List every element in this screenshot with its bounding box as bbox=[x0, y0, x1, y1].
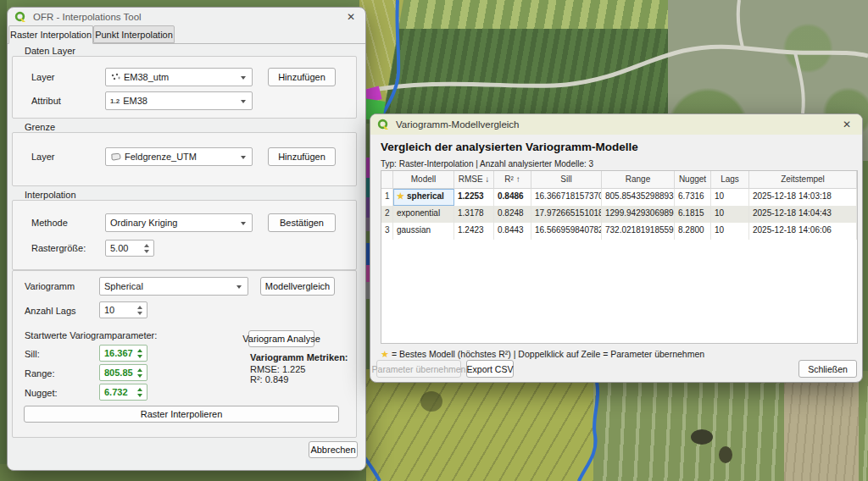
interpolation-tool-dialog: OFR - Interpolations Tool ✕ Raster Inter… bbox=[7, 7, 366, 471]
section-label-interpolation: Interpolation bbox=[25, 190, 76, 200]
grenze-layer-label: Layer bbox=[31, 152, 55, 162]
chevron-down-icon bbox=[236, 285, 242, 289]
metrics-r2: R²: 0.849 bbox=[250, 374, 288, 384]
dialog-title: OFR - Interpolations Tool bbox=[33, 12, 142, 22]
button-label: Variogram Analyse bbox=[242, 334, 320, 344]
button-label: Hinzufügen bbox=[278, 72, 326, 82]
attribut-label: Attribut bbox=[31, 96, 61, 106]
header-sill[interactable]: Sill bbox=[531, 171, 602, 189]
spinner-arrows-icon[interactable] bbox=[136, 368, 143, 379]
qgis-logo-icon bbox=[377, 119, 389, 130]
button-label: Export CSV bbox=[467, 364, 514, 374]
r2-cell[interactable]: 0.8443 bbox=[494, 223, 531, 240]
tab-raster-interpolation[interactable]: Raster Interpolation bbox=[8, 25, 93, 44]
r2-cell[interactable]: 0.8248 bbox=[494, 206, 531, 223]
timestamp-cell[interactable]: 2025-12-18 14:06:06 bbox=[749, 223, 857, 240]
header-zeitstempel[interactable]: Zeitstempel bbox=[749, 171, 857, 189]
add-boundary-layer-button[interactable]: Hinzufügen bbox=[268, 147, 336, 166]
attribut-select[interactable]: 1.2 EM38 bbox=[105, 91, 253, 110]
spinner-arrows-icon[interactable] bbox=[143, 243, 150, 255]
header-lags[interactable]: Lags bbox=[711, 171, 749, 189]
map-pond-small bbox=[719, 446, 732, 463]
best-model-star-icon: ★ bbox=[381, 349, 389, 359]
lags-cell[interactable]: 10 bbox=[711, 223, 749, 240]
header-range[interactable]: Range bbox=[602, 171, 675, 189]
range-cell[interactable]: 805.8543529889332 bbox=[602, 189, 675, 206]
rmse-cell[interactable]: 1.3178 bbox=[454, 206, 494, 223]
map-road-branch-up bbox=[738, 0, 743, 47]
apply-parameters-button[interactable]: Parameter übernehmen bbox=[376, 360, 461, 378]
table-row[interactable]: 3 gaussian 1.2423 0.8443 16.566959840782… bbox=[381, 223, 857, 240]
group-interpolation bbox=[12, 200, 357, 270]
header-gutter bbox=[381, 171, 393, 189]
spinner-arrows-icon[interactable] bbox=[136, 387, 143, 399]
model-cell[interactable]: exponential bbox=[393, 206, 454, 223]
confirm-method-button[interactable]: Bestätigen bbox=[268, 213, 336, 232]
button-label: Bestätigen bbox=[280, 218, 324, 228]
model-cell[interactable]: gaussian bbox=[393, 223, 454, 240]
header-modell[interactable]: Modell bbox=[393, 171, 454, 189]
range-cell[interactable]: 732.0218191855985 bbox=[602, 223, 675, 240]
range-cell[interactable]: 1299.942930698941 bbox=[602, 206, 675, 223]
sill-spinner[interactable]: 16.367 bbox=[99, 345, 147, 362]
variogram-analyse-button[interactable]: Variogram Analyse bbox=[248, 330, 314, 347]
model-cell[interactable]: ★spherical bbox=[393, 189, 454, 206]
table-row[interactable]: 2 exponential 1.3178 0.8248 17.972665151… bbox=[381, 206, 857, 223]
header-rmse[interactable]: RMSE ↓ bbox=[454, 171, 494, 189]
sill-label: Sill: bbox=[25, 349, 40, 359]
close-icon[interactable]: ✕ bbox=[347, 11, 355, 23]
nugget-spinner[interactable]: 6.732 bbox=[99, 384, 147, 401]
nugget-value: 6.732 bbox=[104, 387, 128, 397]
rmse-cell[interactable]: 1.2423 bbox=[454, 223, 494, 240]
close-icon[interactable]: ✕ bbox=[843, 119, 851, 130]
legend-note-text: = Bestes Modell (höchstes R²) | Doppelkl… bbox=[392, 349, 704, 359]
lags-spinner[interactable]: 10 bbox=[99, 301, 147, 318]
lags-cell[interactable]: 10 bbox=[711, 206, 749, 223]
export-csv-button[interactable]: Export CSV bbox=[466, 360, 514, 378]
r2-cell[interactable]: 0.8486 bbox=[494, 189, 531, 206]
close-dialog-button[interactable]: Schließen bbox=[798, 360, 857, 378]
timestamp-cell[interactable]: 2025-12-18 14:03:18 bbox=[749, 189, 857, 206]
method-select[interactable]: Ordinary Kriging bbox=[105, 213, 253, 232]
button-label: Raster Interpolieren bbox=[141, 409, 223, 419]
model-name: spherical bbox=[407, 191, 444, 201]
add-data-layer-button[interactable]: Hinzufügen bbox=[268, 68, 336, 86]
model-compare-button[interactable]: Modellvergleich bbox=[260, 277, 335, 296]
spinner-arrows-icon[interactable] bbox=[136, 348, 143, 360]
map-road-branch-down bbox=[795, 53, 804, 113]
tab-punkt-interpolation[interactable]: Punkt Interpolation bbox=[93, 25, 175, 43]
data-layer-select[interactable]: EM38_utm bbox=[105, 68, 253, 86]
qgis-logo-icon bbox=[14, 11, 26, 23]
header-r2[interactable]: R² ↑ bbox=[494, 171, 531, 189]
sill-cell[interactable]: 16.56695984078284 bbox=[531, 223, 602, 240]
screen: OFR - Interpolations Tool ✕ Raster Inter… bbox=[0, 0, 868, 481]
header-nugget[interactable]: Nugget bbox=[675, 171, 711, 189]
raster-interpolate-button[interactable]: Raster Interpolieren bbox=[24, 406, 339, 423]
tab-label: Raster Interpolation bbox=[10, 30, 92, 40]
timestamp-cell[interactable]: 2025-12-18 14:04:43 bbox=[749, 206, 857, 223]
nugget-cell[interactable]: 6.7316 bbox=[675, 189, 711, 206]
spinner-arrows-icon[interactable] bbox=[136, 305, 143, 317]
nugget-cell[interactable]: 6.1815 bbox=[675, 206, 711, 223]
sill-value: 16.367 bbox=[104, 348, 133, 358]
table-row[interactable]: 1 ★spherical 1.2253 0.8486 16.3667181573… bbox=[381, 189, 857, 206]
chevron-down-icon bbox=[241, 76, 246, 80]
variogram-model-select[interactable]: Spherical bbox=[99, 277, 248, 296]
nugget-cell[interactable]: 8.2800 bbox=[675, 223, 711, 240]
section-label-grenze: Grenze bbox=[25, 122, 55, 132]
rmse-cell[interactable]: 1.2253 bbox=[454, 189, 494, 206]
button-label: Schließen bbox=[808, 364, 848, 374]
sill-cell[interactable]: 16.366718157370165 bbox=[531, 189, 602, 206]
sill-cell[interactable]: 17.97266515101884 bbox=[531, 206, 602, 223]
row-number: 3 bbox=[381, 223, 393, 240]
boundary-layer-select[interactable]: Feldgrenze_UTM bbox=[105, 147, 253, 166]
layer-label: Layer bbox=[31, 72, 55, 82]
row-number: 2 bbox=[381, 206, 393, 223]
lags-cell[interactable]: 10 bbox=[711, 189, 749, 206]
raster-size-spinner[interactable]: 5.00 bbox=[105, 240, 154, 257]
button-label: Hinzufügen bbox=[278, 152, 326, 162]
range-spinner[interactable]: 805.85 bbox=[99, 364, 147, 381]
button-label: Parameter übernehmen bbox=[372, 364, 466, 374]
tab-label: Punkt Interpolation bbox=[95, 30, 173, 40]
cancel-button[interactable]: Abbrechen bbox=[309, 441, 358, 458]
